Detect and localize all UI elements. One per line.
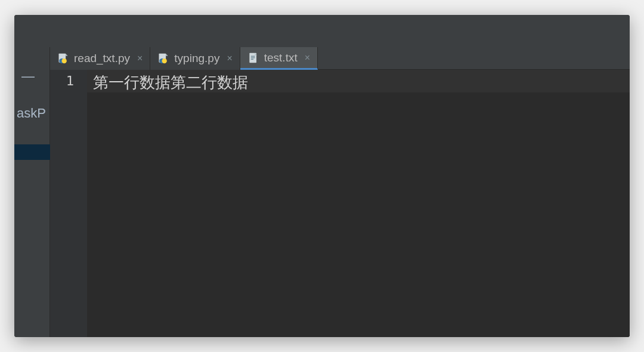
minimize-glyph: — <box>21 69 35 84</box>
sidebar-tree-item[interactable]: askP <box>14 106 50 121</box>
editor-content[interactable]: 第一行数据第二行数据 <box>87 70 630 337</box>
close-icon[interactable]: × <box>227 53 232 64</box>
project-sidebar: — askP <box>14 47 50 337</box>
content-row: — askP read_txt.py <box>14 47 630 337</box>
editor-area[interactable]: 1 第一行数据第二行数据 <box>50 70 630 337</box>
ide-window: — askP read_txt.py <box>14 15 630 337</box>
svg-point-5 <box>162 58 167 63</box>
window-titlebar <box>14 15 630 47</box>
tab-read-txt-py[interactable]: read_txt.py × <box>50 47 150 70</box>
python-file-icon <box>57 53 69 64</box>
gutter: 1 <box>50 70 87 337</box>
text-file-icon <box>247 52 259 64</box>
tab-label: test.txt <box>264 51 298 64</box>
python-file-icon <box>157 53 169 64</box>
minimize-icon[interactable]: — <box>14 68 49 85</box>
tab-test-txt[interactable]: test.txt × <box>240 47 318 70</box>
tab-label: typing.py <box>174 52 219 65</box>
close-icon[interactable]: × <box>305 53 310 63</box>
editor-line: 第一行数据第二行数据 <box>87 70 630 93</box>
close-icon[interactable]: × <box>137 53 143 64</box>
sidebar-item-label: askP <box>17 106 46 121</box>
tab-typing-py[interactable]: typing.py × <box>150 47 240 70</box>
editor-column: read_txt.py × typing.py × <box>50 47 630 337</box>
svg-rect-7 <box>251 55 255 56</box>
svg-rect-8 <box>251 57 255 58</box>
svg-rect-9 <box>251 58 253 59</box>
line-number: 1 <box>50 73 74 88</box>
svg-point-2 <box>62 58 67 63</box>
tab-label: read_txt.py <box>74 52 130 65</box>
sidebar-selected-item[interactable] <box>14 144 50 160</box>
tab-bar: read_txt.py × typing.py × <box>50 47 630 70</box>
